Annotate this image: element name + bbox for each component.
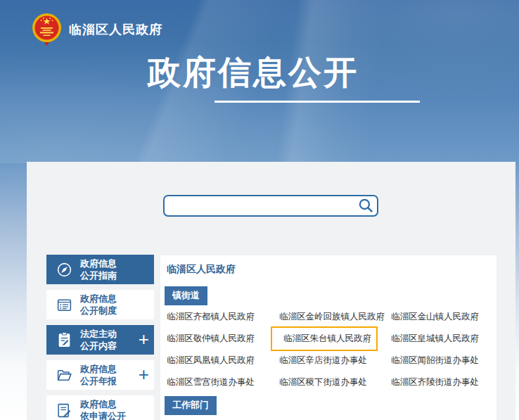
town-link[interactable]: 临淄区齐都镇人民政府 <box>167 311 279 323</box>
search-button[interactable] <box>357 197 375 215</box>
sidebar-item-gongkai-zhidu[interactable]: 政府信息 公开制度 <box>46 290 154 319</box>
folder-icon <box>56 367 73 384</box>
sidebar-item-label: 法定主动 公开内容 <box>80 328 117 352</box>
link-row: 临淄区雪宫街道办事处 临淄区稷下街道办事处 临淄区齐陵街道办事处 <box>160 371 496 393</box>
sidebar-item-gongkai-zhinan[interactable]: 政府信息 公开指南 <box>46 255 154 284</box>
town-link[interactable]: 临淄区稷下街道办事处 <box>279 376 391 388</box>
content-card: 政府信息 公开指南 政府信息 公开制度 <box>27 162 515 420</box>
sidebar-item-label: 政府信息 依申请公开 <box>80 398 126 420</box>
town-link-highlighted[interactable]: 临淄区朱台镇人民政府 <box>283 333 371 343</box>
town-link-highlighted-wrap: 临淄区朱台镇人民政府 <box>279 326 391 351</box>
town-link[interactable]: 临淄区雪宫街道办事处 <box>167 376 279 388</box>
panel-heading: 临淄区人民政府 <box>167 263 496 276</box>
sidebar-item-label: 政府信息 公开指南 <box>80 257 117 281</box>
sidebar: 政府信息 公开指南 政府信息 公开制度 <box>46 255 154 420</box>
compass-icon <box>56 261 73 279</box>
sidebar-item-gongkai-nianbao[interactable]: 政府信息 公开年报 + <box>46 360 154 390</box>
main-panel: 临淄区人民政府 镇街道 临淄区齐都镇人民政府 临淄区金岭回族镇人民政府 临淄区金… <box>160 255 496 420</box>
page: 临淄区人民政府 政府信息公开 政府信息 <box>0 0 519 420</box>
national-emblem-icon <box>32 13 62 46</box>
site-name: 临淄区人民政府 <box>69 21 162 38</box>
search-bar <box>163 195 378 217</box>
clipboard-pen-icon <box>56 331 73 349</box>
section-badge-departments: 工作部门 <box>165 396 217 415</box>
search-icon <box>357 197 375 215</box>
link-row: 临淄区齐都镇人民政府 临淄区金岭回族镇人民政府 临淄区金山镇人民政府 <box>160 306 496 328</box>
town-link[interactable]: 临淄区辛店街道办事处 <box>279 355 391 367</box>
town-link[interactable]: 临淄区金山镇人民政府 <box>391 311 496 323</box>
section-badge-towns: 镇街道 <box>165 286 207 305</box>
sidebar-item-fading-zhudong[interactable]: 法定主动 公开内容 + <box>46 325 154 355</box>
expand-plus-icon[interactable]: + <box>139 330 149 348</box>
sidebar-item-yishenqing-gongkai[interactable]: 政府信息 依申请公开 <box>46 395 154 420</box>
expand-plus-icon[interactable]: + <box>139 365 149 383</box>
town-link[interactable]: 临淄区皇城镇人民政府 <box>391 333 496 345</box>
town-link[interactable]: 临淄区敬仲镇人民政府 <box>167 333 279 345</box>
sidebar-item-label: 政府信息 公开年报 <box>80 363 117 387</box>
town-link[interactable]: 临淄区金岭回族镇人民政府 <box>279 311 391 323</box>
town-link[interactable]: 临淄区齐陵街道办事处 <box>391 376 496 388</box>
document-pen-icon <box>56 402 73 419</box>
town-link[interactable]: 临淄区闻韶街道办事处 <box>391 355 496 367</box>
header-brand-link[interactable]: 临淄区人民政府 <box>32 13 162 46</box>
highlight-box: 临淄区朱台镇人民政府 <box>271 326 378 351</box>
link-row: 临淄区凤凰镇人民政府 临淄区辛店街道办事处 临淄区闻韶街道办事处 <box>160 350 496 371</box>
search-input[interactable] <box>163 195 378 217</box>
title-underline <box>214 101 420 103</box>
document-list-icon <box>56 296 73 314</box>
page-title: 政府信息公开 <box>0 51 506 95</box>
sidebar-item-label: 政府信息 公开制度 <box>80 293 117 317</box>
town-links: 临淄区齐都镇人民政府 临淄区金岭回族镇人民政府 临淄区金山镇人民政府 临淄区敬仲… <box>160 306 496 393</box>
town-link[interactable]: 临淄区凤凰镇人民政府 <box>167 355 279 367</box>
link-row: 临淄区敬仲镇人民政府 临淄区朱台镇人民政府 临淄区皇城镇人民政府 <box>160 328 496 350</box>
